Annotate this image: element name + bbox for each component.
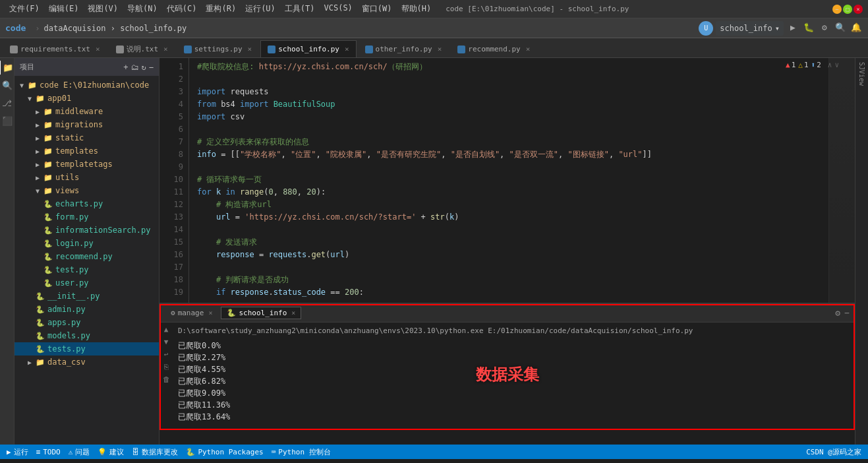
- user-avatar[interactable]: U: [699, 21, 713, 36]
- git-icon[interactable]: ⎇: [0, 96, 14, 110]
- tab-close-recommend[interactable]: ×: [526, 45, 531, 53]
- sidebar-label-data-csv: data_csv: [47, 357, 86, 367]
- terminal-copy-icon[interactable]: ⎘: [164, 363, 169, 371]
- project-selector[interactable]: school_info ▾: [716, 21, 784, 36]
- var-requests: requests: [268, 249, 306, 261]
- tab-readme[interactable]: 说明.txt ×: [109, 40, 175, 57]
- terminal-tab-school-info[interactable]: 🐍 school_info ×: [221, 307, 301, 319]
- settings-icon[interactable]: ⚙: [818, 21, 831, 34]
- tab-close-requirements[interactable]: ×: [96, 45, 100, 53]
- terminal-clear-icon[interactable]: 🗑: [163, 375, 170, 384]
- status-todo[interactable]: ≡ TODO: [36, 448, 61, 456]
- terminal-output-2: 已爬取4.55%: [178, 363, 850, 375]
- search-activity-icon[interactable]: 🔍: [0, 78, 14, 92]
- tab-close-manage[interactable]: ×: [208, 309, 212, 317]
- sidebar-item-apps[interactable]: 🐍 apps.py: [14, 316, 159, 329]
- terminal-up-icon[interactable]: ▲: [164, 325, 169, 334]
- terminal-tab-manage[interactable]: ⚙ manage ×: [165, 307, 218, 319]
- tab-recommend[interactable]: recommend.py ×: [450, 40, 537, 57]
- menu-file[interactable]: 文件(F): [5, 2, 43, 16]
- sidebar-item-templates[interactable]: ▶ 📁 templates: [14, 144, 159, 158]
- terminal-content: ▲ ▼ ↩ ⎘ 🗑 D:\software\study_anzhuang2\mi…: [159, 323, 855, 445]
- run-icon[interactable]: ▶: [786, 21, 799, 34]
- new-folder-icon[interactable]: 🗂: [131, 63, 139, 72]
- close-button[interactable]: ×: [854, 5, 863, 14]
- maximize-button[interactable]: □: [843, 5, 852, 14]
- tab-close-settings[interactable]: ×: [248, 45, 252, 53]
- sidebar-item-utils[interactable]: ▶ 📁 utils: [14, 171, 159, 184]
- debug-icon[interactable]: 🐛: [802, 21, 815, 34]
- sidebar-item-user[interactable]: 🐍 user.py: [14, 276, 159, 290]
- search-icon[interactable]: 🔍: [834, 21, 847, 34]
- tab-other-info[interactable]: other_info.py ×: [358, 40, 449, 57]
- scm-view-icon[interactable]: SJView: [857, 61, 867, 87]
- sidebar-item-models[interactable]: 🐍 models.py: [14, 329, 159, 342]
- code-editor[interactable]: ▲1 △1 ⬆2 ∧ ∨ 1 2 3 4 5 6 7 8 9: [159, 58, 855, 303]
- sidebar-item-infosearch[interactable]: 🐍 informationSearch.py: [14, 224, 159, 237]
- code-content[interactable]: #爬取院校信息: https://yz.chsi.com.cn/sch/（研招网…: [189, 58, 828, 303]
- sidebar-item-form[interactable]: 🐍 form.py: [14, 210, 159, 224]
- status-packages[interactable]: 🐍 Python Packages: [186, 448, 263, 456]
- var-info: info: [197, 148, 216, 161]
- sidebar-item-recommend[interactable]: 🐍 recommend.py: [14, 250, 159, 263]
- tab-close-readme[interactable]: ×: [163, 45, 168, 53]
- status-console[interactable]: ⌨ Python 控制台: [272, 447, 331, 457]
- menu-nav[interactable]: 导航(N): [123, 2, 161, 16]
- sidebar-label-login: login.py: [55, 239, 94, 248]
- sidebar-item-tests[interactable]: 🐍 tests.py: [14, 342, 159, 355]
- terminal-down-icon[interactable]: ▼: [164, 338, 169, 346]
- tree-arrow-static: ▶: [36, 135, 43, 142]
- line-num-4: 4: [159, 98, 183, 111]
- terminal-close-icon[interactable]: −: [844, 308, 850, 318]
- sidebar-item-migrations[interactable]: ▶ 📁 migrations: [14, 118, 159, 131]
- sidebar-item-echarts[interactable]: 🐍 echarts.py: [14, 197, 159, 210]
- status-advice[interactable]: 💡 建议: [98, 447, 124, 457]
- menu-refactor[interactable]: 重构(R): [202, 2, 240, 16]
- explorer-icon[interactable]: 📁: [0, 61, 15, 75]
- sidebar-item-static[interactable]: ▶ 📁 static: [14, 131, 159, 144]
- sidebar-item-login[interactable]: 🐍 login.py: [14, 237, 159, 250]
- status-run[interactable]: ▶ 运行: [7, 447, 28, 457]
- tree-arrow-templatetags: ▶: [36, 161, 43, 168]
- menu-help[interactable]: 帮助(H): [397, 2, 436, 16]
- sidebar-item-middleware[interactable]: ▶ 📁 middleware: [14, 105, 159, 118]
- menu-edit[interactable]: 编辑(E): [45, 2, 83, 16]
- code-line-8: info = [["学校名称", "位置", "院校隶属", "是否有研究生院"…: [197, 148, 828, 161]
- notification-icon[interactable]: 🔔: [850, 21, 863, 34]
- tab-close-school-info[interactable]: ×: [345, 45, 349, 53]
- line-num-8: 8: [159, 148, 183, 161]
- tab-close-other-info[interactable]: ×: [438, 45, 442, 53]
- menu-vcs[interactable]: VCS(S): [320, 2, 357, 16]
- tree-arrow-root: ▼: [20, 82, 28, 89]
- tab-close-school[interactable]: ×: [291, 309, 295, 317]
- sidebar-item-data-csv[interactable]: ▶ 📁 data_csv: [14, 355, 159, 369]
- extensions-icon[interactable]: ⬛: [0, 114, 14, 128]
- sidebar-item-test[interactable]: 🐍 test.py: [14, 263, 159, 276]
- tab-school-info[interactable]: school_info.py ×: [260, 40, 356, 57]
- sidebar-item-admin[interactable]: 🐍 admin.py: [14, 303, 159, 316]
- terminal-settings-icon[interactable]: ⚙: [835, 308, 840, 318]
- sidebar-item-init[interactable]: 🐍 __init__.py: [14, 290, 159, 303]
- sidebar-item-root[interactable]: ▼ 📁 code E:\01zhuomian\code: [14, 78, 159, 92]
- terminal-text[interactable]: D:\software\study_anzhuang2\miniconda\an…: [173, 323, 855, 445]
- menu-run[interactable]: 运行(U): [241, 2, 279, 16]
- menu-window[interactable]: 窗口(W): [358, 2, 396, 16]
- sidebar-label-templatetags: templatetags: [55, 160, 113, 169]
- menu-tools[interactable]: 工具(T): [281, 2, 319, 16]
- menu-code[interactable]: 代码(C): [163, 2, 201, 16]
- tab-requirements[interactable]: requirements.txt ×: [3, 40, 107, 57]
- status-data[interactable]: 🗄 数据库更改: [132, 447, 178, 457]
- refresh-icon[interactable]: ↻: [142, 63, 146, 72]
- tab-settings[interactable]: settings.py ×: [177, 40, 259, 57]
- new-file-icon[interactable]: +: [123, 63, 128, 72]
- line-num-15: 15: [159, 236, 183, 249]
- sidebar-item-app01[interactable]: ▼ 📁 app01: [14, 92, 159, 105]
- terminal-wrap-icon[interactable]: ↩: [164, 350, 169, 359]
- menu-view[interactable]: 视图(V): [84, 2, 122, 16]
- sidebar-item-templatetags[interactable]: ▶ 📁 templatetags: [14, 158, 159, 171]
- collapse-icon[interactable]: −: [149, 63, 154, 72]
- minimize-button[interactable]: −: [832, 5, 842, 14]
- url-1: https://yz.chsi.com.cn/sch/: [259, 61, 388, 73]
- status-problems[interactable]: ⚠ 问题: [69, 447, 90, 457]
- sidebar-item-views[interactable]: ▼ 📁 views: [14, 184, 159, 197]
